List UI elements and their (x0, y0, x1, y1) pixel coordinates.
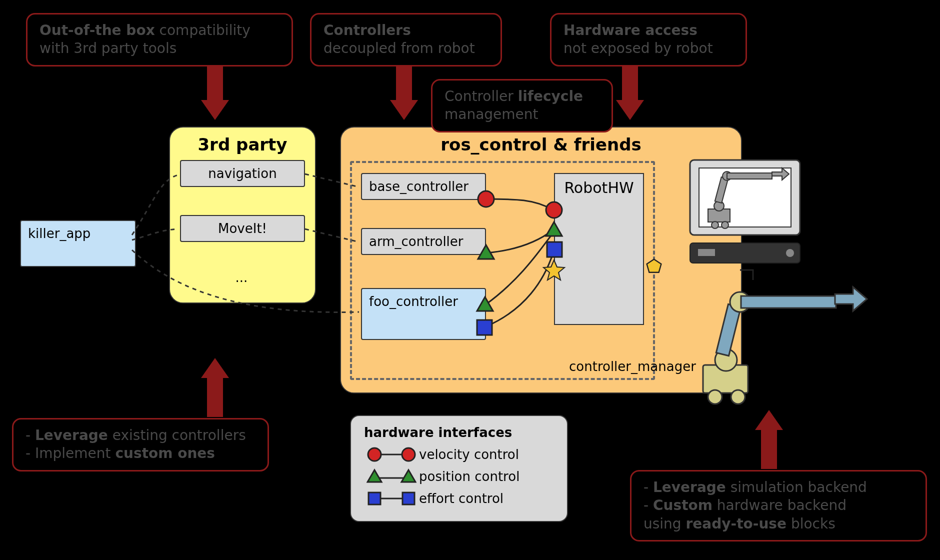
legend-label-effort: effort control (419, 491, 504, 506)
svg-point-13 (708, 390, 722, 404)
arrow-hardware-head (616, 100, 644, 120)
arrow-compat-head (201, 100, 229, 120)
svg-marker-31 (368, 470, 382, 482)
legend-row-position: position control (364, 468, 554, 485)
callout-leverage-controllers: - Leverage existing controllers - Implem… (12, 418, 269, 472)
computer-icon (680, 150, 810, 300)
node-foo-controller: foo_controller (361, 288, 486, 340)
callout-controllers: Controllers decoupled from robot (310, 13, 502, 66)
node-killer-app: killer_app (20, 220, 136, 267)
legend-row-velocity: velocity control (364, 446, 554, 463)
panel-third-party-title: 3rd party (170, 134, 315, 154)
legend-title: hardware interfaces (364, 425, 554, 440)
legend-label-velocity: velocity control (419, 447, 519, 462)
svg-point-14 (731, 390, 745, 404)
robot-icon (685, 285, 875, 415)
svg-point-11 (786, 249, 794, 257)
node-robot-hw: RobotHW (554, 173, 644, 325)
svg-point-28 (368, 448, 381, 461)
arrow-controllers-head (390, 100, 418, 120)
svg-marker-32 (402, 470, 416, 482)
svg-rect-8 (727, 173, 772, 179)
label-controller-manager: controller_manager (569, 359, 696, 374)
callout-lifecycle: Controller lifecycle management (431, 79, 613, 132)
svg-point-4 (722, 222, 728, 228)
arrow-compat-shaft (207, 66, 223, 101)
legend-label-position: position control (419, 469, 520, 484)
legend-row-effort: effort control (364, 490, 554, 507)
svg-point-3 (712, 222, 718, 228)
arrow-leverage-sim-head (755, 410, 783, 430)
node-moveit: MoveIt! (180, 215, 305, 242)
node-arm-controller: arm_controller (361, 228, 486, 255)
arrow-hardware-shaft (622, 66, 638, 101)
svg-rect-10 (698, 249, 715, 256)
callout-compatibility: Out-of-the box compatibility with 3rd pa… (26, 13, 293, 66)
node-navigation: navigation (180, 160, 305, 187)
arrow-leverage-ctrl-head (201, 358, 229, 378)
svg-rect-34 (368, 492, 380, 504)
callout-hardware: Hardware access not exposed by robot (550, 13, 747, 66)
svg-rect-18 (741, 296, 836, 308)
node-ellipsis: ... (180, 270, 303, 285)
callout-leverage-simulation: - Leverage simulation backend - Custom h… (630, 470, 927, 542)
label-robot-hw: RobotHW (555, 179, 643, 196)
arrow-leverage-sim-shaft (761, 429, 777, 469)
node-base-controller: base_controller (361, 173, 486, 200)
svg-point-29 (402, 448, 415, 461)
arrow-leverage-ctrl-shaft (207, 377, 223, 417)
arrow-controllers-shaft (396, 66, 412, 101)
svg-rect-35 (402, 492, 414, 504)
legend-hardware-interfaces: hardware interfaces velocity control pos… (350, 415, 568, 522)
